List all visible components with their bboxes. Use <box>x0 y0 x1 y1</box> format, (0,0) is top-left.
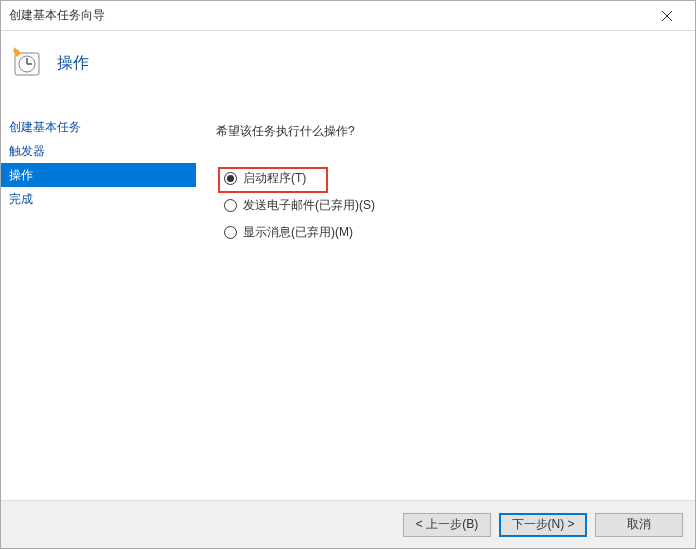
window-title: 创建基本任务向导 <box>9 7 647 24</box>
question-text: 希望该任务执行什么操作? <box>216 123 675 140</box>
sidebar: 创建基本任务 触发器 操作 完成 <box>1 95 196 500</box>
cancel-button[interactable]: 取消 <box>595 513 683 537</box>
content-area: 希望该任务执行什么操作? 启动程序(T) 发送电子邮件(已弃用)(S) 显示消息… <box>196 95 695 500</box>
close-icon <box>662 8 672 24</box>
action-radio-group: 启动程序(T) 发送电子邮件(已弃用)(S) 显示消息(已弃用)(M) <box>216 170 675 241</box>
sidebar-item-create-task[interactable]: 创建基本任务 <box>1 115 196 139</box>
sidebar-item-finish[interactable]: 完成 <box>1 187 196 211</box>
titlebar: 创建基本任务向导 <box>1 1 695 31</box>
next-button[interactable]: 下一步(N) > <box>499 513 587 537</box>
radio-icon <box>224 172 237 185</box>
page-title: 操作 <box>57 53 89 74</box>
radio-icon <box>224 199 237 212</box>
close-button[interactable] <box>647 2 687 30</box>
back-button[interactable]: < 上一步(B) <box>403 513 491 537</box>
footer: < 上一步(B) 下一步(N) > 取消 <box>1 500 695 548</box>
sidebar-item-action[interactable]: 操作 <box>1 163 196 187</box>
wizard-icon <box>11 47 43 79</box>
radio-label: 启动程序(T) <box>243 170 306 187</box>
radio-label: 发送电子邮件(已弃用)(S) <box>243 197 375 214</box>
radio-icon <box>224 226 237 239</box>
radio-label: 显示消息(已弃用)(M) <box>243 224 353 241</box>
radio-send-email[interactable]: 发送电子邮件(已弃用)(S) <box>224 197 675 214</box>
sidebar-item-trigger[interactable]: 触发器 <box>1 139 196 163</box>
wizard-body: 创建基本任务 触发器 操作 完成 希望该任务执行什么操作? 启动程序(T) 发送… <box>1 95 695 500</box>
wizard-header: 操作 <box>1 31 695 95</box>
svg-marker-7 <box>13 47 17 51</box>
radio-display-message[interactable]: 显示消息(已弃用)(M) <box>224 224 675 241</box>
radio-start-program[interactable]: 启动程序(T) <box>224 170 675 187</box>
